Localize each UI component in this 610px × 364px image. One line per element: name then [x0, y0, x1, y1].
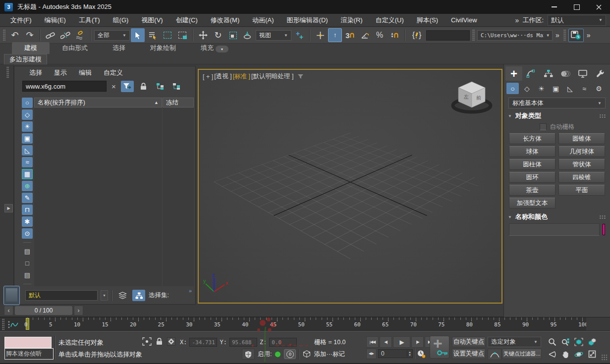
- close-button[interactable]: [588, 0, 610, 14]
- zoom-button[interactable]: [546, 336, 558, 348]
- per-view-filter-icon[interactable]: [297, 74, 304, 79]
- menu-overflow-icon[interactable]: »: [515, 16, 519, 24]
- select-and-place-button[interactable]: [241, 28, 255, 42]
- scene-explorer-toggle-button[interactable]: [132, 290, 145, 301]
- active-layer-dropdown[interactable]: 默认: [25, 290, 98, 301]
- menu-item[interactable]: 脚本(S): [410, 14, 444, 26]
- viewport-menu-render-mode[interactable]: [标准 ]: [233, 72, 250, 81]
- previous-frame-button[interactable]: ‹: [4, 306, 13, 315]
- display-bones-toggle[interactable]: ✎: [22, 193, 33, 203]
- ribbon-tab[interactable]: 对象绘制: [138, 42, 188, 54]
- display-cameras-toggle[interactable]: ▣: [22, 133, 33, 144]
- orbit-button[interactable]: [572, 348, 585, 360]
- track-bar[interactable]: 0510152025303540455055606570758085909510…: [0, 317, 610, 331]
- ribbon-minimize-dropdown[interactable]: ▼: [216, 46, 228, 52]
- category-spacewarps[interactable]: ≈: [578, 83, 591, 94]
- category-cameras[interactable]: ▣: [550, 83, 562, 94]
- footer-overflow-icon[interactable]: »: [189, 288, 192, 294]
- display-particles-toggle[interactable]: ✱: [22, 216, 33, 227]
- next-frame-button[interactable]: ›: [74, 306, 83, 315]
- search-input[interactable]: [22, 81, 107, 92]
- select-and-move-button[interactable]: [196, 28, 210, 42]
- object-color-swatch[interactable]: [603, 224, 605, 235]
- isolate-selection-icon[interactable]: [142, 337, 152, 346]
- category-helpers[interactable]: ◺: [564, 83, 576, 94]
- percent-snap-toggle-button[interactable]: %: [373, 28, 387, 42]
- select-and-manipulate-button[interactable]: [313, 28, 327, 42]
- ribbon-tab[interactable]: 建模: [12, 42, 50, 54]
- object-category-dropdown[interactable]: 标准基本体 ▼: [508, 98, 606, 108]
- minimize-button[interactable]: [543, 0, 565, 14]
- field-of-view-button[interactable]: [546, 348, 558, 360]
- reference-coordinate-dropdown[interactable]: 视图 ▼: [256, 30, 291, 41]
- toolbar-drag-handle[interactable]: [563, 29, 566, 41]
- snaps-toggle-button[interactable]: 3: [343, 28, 357, 42]
- frozen-column-header[interactable]: 冻结: [163, 98, 194, 107]
- angle-snap-toggle-button[interactable]: [358, 28, 372, 42]
- primitive-button[interactable]: 圆柱体: [509, 159, 555, 170]
- category-shapes[interactable]: ◇: [521, 83, 533, 94]
- maxscript-mini-listener-field[interactable]: 脚本迷你侦听: [4, 348, 54, 360]
- selection-filter-dropdown[interactable]: 全部 ▼: [94, 30, 130, 41]
- menu-item[interactable]: CivilView: [444, 14, 484, 26]
- explorer-menu-item[interactable]: 编辑: [73, 68, 98, 77]
- toolbar-drag-handle[interactable]: [472, 29, 475, 41]
- menu-item[interactable]: 图形编辑器(D): [280, 14, 334, 26]
- display-lights-toggle[interactable]: ☀: [22, 121, 33, 132]
- menu-item[interactable]: 修改器(M): [204, 14, 246, 26]
- primitive-button[interactable]: 茶壶: [509, 185, 555, 196]
- default-tangents-button[interactable]: [488, 349, 501, 360]
- workspace-dropdown[interactable]: 默认 ▼: [548, 15, 606, 26]
- maxscript-listener-button[interactable]: { }: [408, 28, 425, 42]
- open-mini-curve-editor-icon[interactable]: [7, 320, 19, 329]
- menu-item[interactable]: 自定义(U): [369, 14, 410, 26]
- object-name-field[interactable]: [509, 223, 600, 236]
- display-groups-toggle[interactable]: ▦: [22, 169, 33, 179]
- toolbar-overflow-icon[interactable]: »: [587, 31, 590, 39]
- tab-display[interactable]: [574, 66, 591, 81]
- window-crossing-toggle-button[interactable]: [175, 28, 189, 42]
- select-and-link-button[interactable]: [44, 28, 57, 42]
- spinner-snap-toggle-button[interactable]: ▲▼: [388, 28, 401, 42]
- viewport-menu-general[interactable]: [ + ]: [203, 73, 213, 80]
- primitive-button[interactable]: 圆锥体: [558, 133, 605, 144]
- use-pivot-center-button[interactable]: [292, 28, 306, 42]
- maximize-button[interactable]: [565, 0, 588, 14]
- docked-tool-button[interactable]: [3, 286, 20, 305]
- dock-drag-handle[interactable]: [6, 66, 9, 78]
- tab-create[interactable]: +: [505, 66, 522, 81]
- autobackup-save-button[interactable]: [568, 29, 584, 42]
- category-geometry[interactable]: ○: [506, 83, 519, 94]
- named-selection-set-field[interactable]: [426, 30, 470, 41]
- current-frame-field[interactable]: 0 ▲▼: [378, 349, 413, 358]
- view-cube[interactable]: 左 前: [449, 75, 495, 116]
- set-key-button[interactable]: 设置关键点: [452, 349, 486, 359]
- play-animation-button[interactable]: ▶: [393, 336, 410, 348]
- rectangular-selection-region-button[interactable]: [161, 28, 174, 42]
- primitive-button[interactable]: 圆环: [509, 172, 555, 183]
- category-systems[interactable]: ⚙: [593, 83, 605, 94]
- time-configuration-icon[interactable]: [417, 350, 426, 358]
- primitive-button[interactable]: 几何球体: [558, 146, 605, 157]
- menu-item[interactable]: 渲染(R): [334, 14, 369, 26]
- zoom-all-button[interactable]: [559, 336, 572, 348]
- add-time-tag-button[interactable]: 添加···标记: [314, 350, 345, 359]
- pan-view-button[interactable]: [559, 348, 572, 360]
- dock-expand-button[interactable]: ▶: [4, 204, 13, 212]
- time-slider-handle[interactable]: 0 / 100: [15, 306, 72, 315]
- tab-modify[interactable]: [523, 66, 540, 81]
- explorer-menu-item[interactable]: 选择: [23, 68, 48, 77]
- clear-search-icon[interactable]: ×: [110, 82, 117, 91]
- lock-explorer-button[interactable]: [137, 81, 150, 92]
- selected-filter-dropdown[interactable]: 选定对象 ▼: [488, 337, 541, 347]
- ribbon-tab[interactable]: 选择: [100, 42, 138, 54]
- perspective-viewport[interactable]: [ + ] [透视 ] [标准 ] [默认明暗处理 ] 左 前 y z: [198, 69, 502, 304]
- detail-view-button[interactable]: ▤: [22, 270, 33, 280]
- select-object-button[interactable]: [131, 28, 145, 42]
- display-hidden-toggle[interactable]: ⊙: [22, 228, 33, 239]
- explorer-menu-item[interactable]: 自定义: [98, 68, 129, 77]
- key-filters-button[interactable]: 关键点过滤器...: [502, 349, 542, 359]
- filter-button[interactable]: [121, 81, 134, 92]
- set-keys-button[interactable]: +: [430, 336, 449, 359]
- auto-key-button[interactable]: 自动关键点: [452, 337, 486, 347]
